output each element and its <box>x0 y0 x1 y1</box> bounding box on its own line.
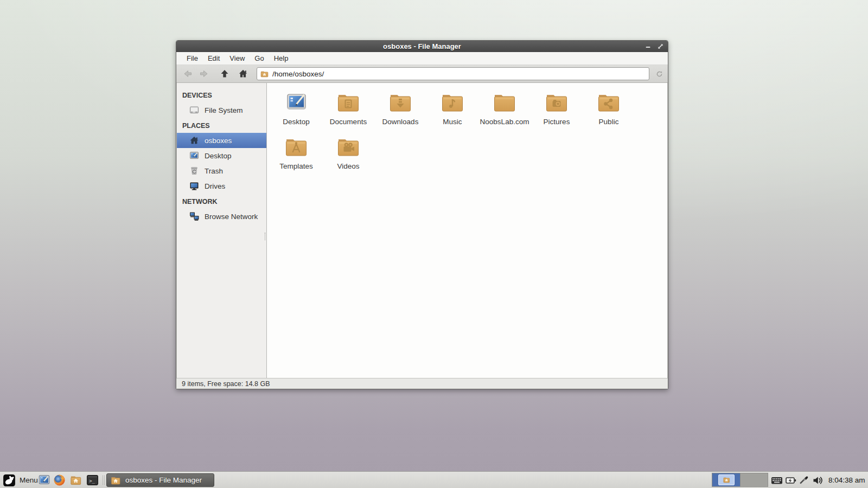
file-downloads[interactable]: Downloads <box>374 89 426 134</box>
up-icon <box>219 68 230 79</box>
menu-help[interactable]: Help <box>269 53 293 64</box>
statusbar-text: 9 items, Free space: 14.8 GB <box>182 380 270 388</box>
file-grid[interactable]: Desktop Documents <box>267 83 667 378</box>
terminal-icon: >_ <box>86 474 99 486</box>
sidebar-item-drives[interactable]: Drives <box>177 178 266 194</box>
forward-button[interactable] <box>197 67 211 81</box>
forward-icon <box>199 68 209 79</box>
sidebar-header-places: PLACES <box>177 118 266 133</box>
filesystem-icon <box>189 105 200 115</box>
firefox-icon <box>53 474 66 486</box>
sidebar-header-devices: DEVICES <box>177 87 266 102</box>
sidebar-item-trash[interactable]: Trash <box>177 163 266 178</box>
network-icon <box>189 211 200 222</box>
up-button[interactable] <box>218 67 232 81</box>
pane-splitter[interactable] <box>265 233 266 240</box>
launcher-firefox[interactable] <box>53 474 66 486</box>
tray-keyboard[interactable] <box>771 474 783 486</box>
titlebar[interactable]: osboxes - File Manager <box>176 41 668 52</box>
battery-icon <box>785 474 797 486</box>
taskbar-clock[interactable]: 8:04:38 am <box>828 472 865 488</box>
trash-icon <box>189 165 200 176</box>
menu-go[interactable]: Go <box>250 53 269 64</box>
path-text: /home/osboxes/ <box>272 70 324 78</box>
folder-public-icon <box>596 89 622 115</box>
file-documents[interactable]: Documents <box>322 89 374 134</box>
workspace-1[interactable] <box>712 473 740 486</box>
keyboard-icon <box>771 474 783 486</box>
file-videos[interactable]: Videos <box>322 134 374 178</box>
minimize-button[interactable] <box>644 42 653 51</box>
sidebar-item-label: Drives <box>205 182 225 190</box>
home-button[interactable] <box>236 67 250 81</box>
back-icon <box>182 68 193 79</box>
maximize-button[interactable] <box>656 42 665 51</box>
menu-file[interactable]: File <box>182 53 203 64</box>
volume-icon <box>812 474 824 487</box>
file-public[interactable]: Public <box>583 89 635 134</box>
folder-templates-icon <box>283 134 309 160</box>
tray-power-manager[interactable] <box>785 474 797 486</box>
sidebar-item-browse-network[interactable]: Browse Network <box>177 209 266 224</box>
window-body: DEVICES File System PLACES <box>176 83 668 378</box>
taskbar-handle[interactable] <box>103 476 105 485</box>
back-button[interactable] <box>181 67 195 81</box>
sidebar-header-network: NETWORK <box>177 194 266 209</box>
tray-settings-brush[interactable] <box>798 474 810 486</box>
menu-view[interactable]: View <box>225 53 250 64</box>
file-label: Pictures <box>544 118 570 126</box>
file-noobslab[interactable]: NoobsLab.com <box>478 89 531 134</box>
desktop-display-icon <box>38 474 50 486</box>
file-music[interactable]: Music <box>426 89 478 134</box>
workspace-2[interactable] <box>740 473 768 486</box>
home-folder-icon <box>110 475 121 486</box>
file-pictures[interactable]: Pictures <box>531 89 583 134</box>
folder-plain-icon <box>492 89 518 115</box>
file-label: Videos <box>337 163 359 171</box>
file-templates[interactable]: Templates <box>270 134 322 178</box>
sidebar-item-file-system[interactable]: File System <box>177 102 266 118</box>
reload-button[interactable] <box>655 70 663 80</box>
task-button-label: osboxes - File Manager <box>125 476 202 484</box>
folder-videos-icon <box>335 134 361 160</box>
file-manager-window: osboxes - File Manager File Edit View Go <box>176 40 668 389</box>
maximize-icon <box>656 42 665 50</box>
launcher-desktop-settings[interactable] <box>38 474 50 486</box>
reload-icon <box>655 70 663 78</box>
home-icon <box>189 135 200 146</box>
sidebar-item-label: File System <box>205 106 243 114</box>
drives-icon <box>189 181 200 191</box>
folder-music-icon <box>439 89 465 115</box>
folder-downloads-icon <box>387 89 413 115</box>
task-button-file-manager[interactable]: osboxes - File Manager <box>106 473 214 487</box>
sidebar-item-desktop[interactable]: Desktop <box>177 148 266 163</box>
folder-pictures-icon <box>544 89 570 115</box>
folder-documents-icon <box>335 89 361 115</box>
tray-volume[interactable] <box>812 474 824 486</box>
launcher-file-manager[interactable] <box>69 474 82 486</box>
path-entry[interactable]: /home/osboxes/ <box>257 67 649 80</box>
desktop-display-icon <box>189 150 200 161</box>
xubuntu-mouse-icon <box>3 474 16 487</box>
file-label: Documents <box>330 118 367 126</box>
workspace-pager <box>712 473 768 487</box>
brush-icon <box>798 474 810 486</box>
desktop-display-icon <box>283 89 309 115</box>
file-label: Templates <box>279 163 313 171</box>
toolbar: /home/osboxes/ <box>176 65 668 83</box>
svg-text:>_: >_ <box>89 478 95 484</box>
home-folder-icon <box>260 69 269 79</box>
menu-edit[interactable]: Edit <box>203 53 225 64</box>
clock-text: 8:04:38 am <box>828 476 865 484</box>
home-folder-icon <box>69 474 82 486</box>
sidebar-item-label: osboxes <box>205 137 232 145</box>
file-label: Music <box>443 118 462 126</box>
window-title: osboxes - File Manager <box>176 42 668 50</box>
sidebar-item-osboxes[interactable]: osboxes <box>177 133 266 148</box>
file-label: Desktop <box>283 118 310 126</box>
file-desktop[interactable]: Desktop <box>270 89 322 134</box>
file-label: NoobsLab.com <box>480 118 529 126</box>
menubar: File Edit View Go Help <box>176 52 668 65</box>
launcher-terminal[interactable]: >_ <box>86 474 99 486</box>
applications-menu-button[interactable]: Menu <box>1 473 41 487</box>
